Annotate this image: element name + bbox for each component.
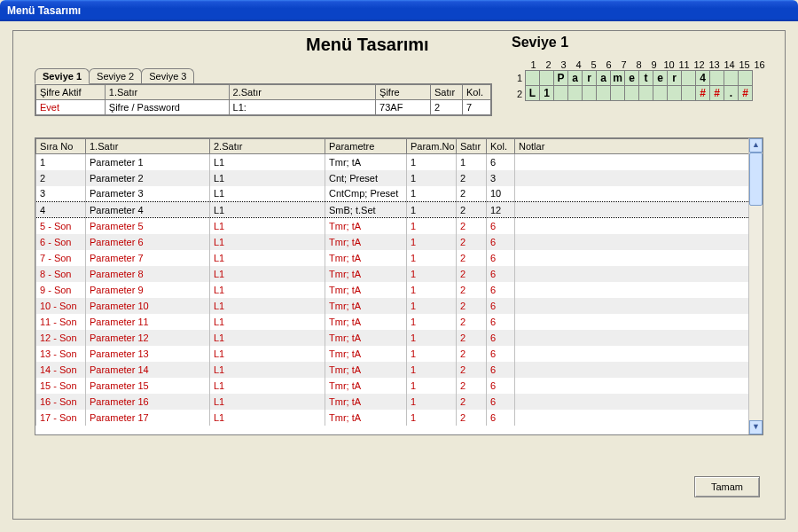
scroll-thumb[interactable] bbox=[749, 153, 763, 206]
cell-pno[interactable]: 1 bbox=[407, 410, 457, 426]
cell-no[interactable]: 10 - Son bbox=[36, 298, 86, 314]
cell-param[interactable]: Tmr; tA bbox=[325, 314, 407, 330]
cell-s2[interactable]: L1 bbox=[210, 362, 325, 378]
pw-aktif[interactable]: Evet bbox=[36, 100, 106, 115]
cell-no[interactable]: 14 - Son bbox=[36, 362, 86, 378]
char-cell[interactable]: a bbox=[567, 70, 583, 86]
cell-not[interactable] bbox=[515, 362, 749, 378]
cell-param[interactable]: Cnt; Preset bbox=[325, 170, 407, 186]
cell-pno[interactable]: 1 bbox=[407, 218, 457, 234]
char-cell[interactable] bbox=[610, 85, 625, 101]
char-cell[interactable] bbox=[582, 85, 597, 101]
table-row[interactable]: 6 - SonParameter 6L1Tmr; tA126 bbox=[36, 234, 749, 250]
table-row[interactable]: 17 - SonParameter 17L1Tmr; tA126 bbox=[36, 410, 749, 426]
cell-param[interactable]: Tmr; tA bbox=[325, 394, 407, 410]
cell-not[interactable] bbox=[515, 186, 749, 202]
table-row[interactable]: 7 - SonParameter 7L1Tmr; tA126 bbox=[36, 250, 749, 266]
cell-no[interactable]: 1 bbox=[36, 154, 86, 170]
char-cell[interactable]: L bbox=[525, 85, 540, 101]
cell-not[interactable] bbox=[515, 218, 749, 234]
cell-no[interactable]: 12 - Son bbox=[36, 330, 86, 346]
cell-param[interactable]: Tmr; tA bbox=[325, 234, 407, 250]
cell-not[interactable] bbox=[515, 250, 749, 266]
cell-s1[interactable]: Parameter 16 bbox=[86, 394, 210, 410]
cell-s1[interactable]: Parameter 11 bbox=[86, 314, 210, 330]
pw-satir1[interactable]: Şifre / Password bbox=[105, 100, 229, 115]
cell-satir[interactable]: 2 bbox=[457, 362, 487, 378]
table-row[interactable]: 1Parameter 1L1Tmr; tA116 bbox=[36, 154, 749, 170]
table-row[interactable]: 2Parameter 2L1Cnt; Preset123 bbox=[36, 170, 749, 186]
tab-seviye-1[interactable]: Seviye 1 bbox=[35, 68, 90, 84]
list-col-header[interactable]: 2.Satır bbox=[210, 139, 325, 154]
cell-pno[interactable]: 1 bbox=[407, 154, 457, 170]
cell-s1[interactable]: Parameter 14 bbox=[86, 362, 210, 378]
cell-s1[interactable]: Parameter 5 bbox=[86, 218, 210, 234]
cell-s1[interactable]: Parameter 2 bbox=[86, 170, 210, 186]
scroll-up-button[interactable]: ▲ bbox=[749, 138, 763, 153]
cell-s1[interactable]: Parameter 15 bbox=[86, 378, 210, 394]
char-cell[interactable] bbox=[638, 85, 653, 101]
char-cell[interactable] bbox=[724, 70, 739, 86]
cell-pno[interactable]: 1 bbox=[407, 314, 457, 330]
cell-kol[interactable]: 6 bbox=[487, 346, 515, 362]
cell-param[interactable]: Tmr; tA bbox=[325, 250, 407, 266]
table-row[interactable]: 12 - SonParameter 12L1Tmr; tA126 bbox=[36, 330, 749, 346]
table-row[interactable]: 10 - SonParameter 10L1Tmr; tA126 bbox=[36, 298, 749, 314]
cell-pno[interactable]: 1 bbox=[407, 202, 457, 218]
cell-no[interactable]: 15 - Son bbox=[36, 378, 86, 394]
char-cell[interactable] bbox=[681, 70, 696, 86]
cell-satir[interactable]: 2 bbox=[457, 218, 487, 234]
cell-kol[interactable]: 6 bbox=[487, 314, 515, 330]
cell-satir[interactable]: 1 bbox=[457, 154, 487, 170]
cell-pno[interactable]: 1 bbox=[407, 250, 457, 266]
cell-s2[interactable]: L1 bbox=[210, 394, 325, 410]
cell-param[interactable]: Tmr; tA bbox=[325, 154, 407, 170]
cell-satir[interactable]: 2 bbox=[457, 378, 487, 394]
cell-kol[interactable]: 6 bbox=[487, 234, 515, 250]
cell-satir[interactable]: 2 bbox=[457, 314, 487, 330]
cell-no[interactable]: 13 - Son bbox=[36, 346, 86, 362]
cell-pno[interactable]: 1 bbox=[407, 378, 457, 394]
cell-s1[interactable]: Parameter 9 bbox=[86, 282, 210, 298]
table-row[interactable]: 16 - SonParameter 16L1Tmr; tA126 bbox=[36, 394, 749, 410]
cell-not[interactable] bbox=[515, 298, 749, 314]
cell-s2[interactable]: L1 bbox=[210, 250, 325, 266]
table-row[interactable]: 11 - SonParameter 11L1Tmr; tA126 bbox=[36, 314, 749, 330]
scroll-down-button[interactable]: ▼ bbox=[749, 420, 763, 434]
char-cell[interactable]: # bbox=[738, 85, 753, 101]
cell-not[interactable] bbox=[515, 394, 749, 410]
cell-param[interactable]: CntCmp; Preset bbox=[325, 186, 407, 202]
pw-kol[interactable]: 7 bbox=[462, 100, 490, 115]
cell-s1[interactable]: Parameter 13 bbox=[86, 346, 210, 362]
cell-not[interactable] bbox=[515, 410, 749, 426]
cell-no[interactable]: 9 - Son bbox=[36, 282, 86, 298]
table-row[interactable]: 3Parameter 3L1CntCmp; Preset1210 bbox=[36, 186, 749, 202]
cell-no[interactable]: 6 - Son bbox=[36, 234, 86, 250]
cell-satir[interactable]: 2 bbox=[457, 330, 487, 346]
cell-kol[interactable]: 6 bbox=[487, 298, 515, 314]
cell-s1[interactable]: Parameter 10 bbox=[86, 298, 210, 314]
cell-no[interactable]: 5 - Son bbox=[36, 218, 86, 234]
cell-kol[interactable]: 6 bbox=[487, 362, 515, 378]
tab-seviye-2[interactable]: Seviye 2 bbox=[89, 68, 142, 83]
char-cell[interactable] bbox=[525, 70, 540, 86]
tab-seviye-3[interactable]: Seviye 3 bbox=[141, 68, 194, 83]
cell-not[interactable] bbox=[515, 154, 749, 170]
cell-s2[interactable]: L1 bbox=[210, 234, 325, 250]
cell-param[interactable]: Tmr; tA bbox=[325, 378, 407, 394]
cell-s1[interactable]: Parameter 1 bbox=[86, 154, 210, 170]
list-col-header[interactable]: Param.No bbox=[407, 139, 457, 154]
table-row[interactable]: 4Parameter 4L1SmB; t.Set1212 bbox=[36, 202, 749, 218]
char-cell[interactable] bbox=[624, 85, 639, 101]
list-col-header[interactable]: Kol. bbox=[487, 139, 515, 154]
cell-pno[interactable]: 1 bbox=[407, 362, 457, 378]
list-col-header[interactable]: Notlar bbox=[515, 139, 749, 154]
char-cell[interactable] bbox=[539, 70, 554, 86]
cell-not[interactable] bbox=[515, 330, 749, 346]
cell-satir[interactable]: 2 bbox=[457, 202, 487, 218]
cell-param[interactable]: Tmr; tA bbox=[325, 298, 407, 314]
cell-s2[interactable]: L1 bbox=[210, 314, 325, 330]
cell-no[interactable]: 2 bbox=[36, 170, 86, 186]
cell-s2[interactable]: L1 bbox=[210, 202, 325, 218]
table-row[interactable]: 9 - SonParameter 9L1Tmr; tA126 bbox=[36, 282, 749, 298]
